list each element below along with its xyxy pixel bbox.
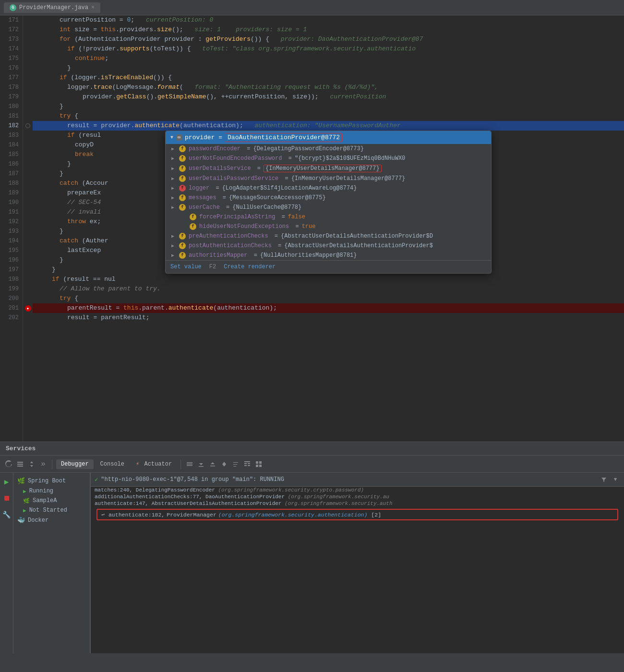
field-badge: f	[179, 155, 186, 162]
field-badge: f	[179, 165, 186, 172]
code-line-202: result = parentResult;	[33, 313, 624, 323]
service-springboot-label: Spring Boot	[28, 478, 66, 484]
expand-icon-btn[interactable]: ▼	[611, 475, 620, 484]
wrench-icon[interactable]: 🔧	[1, 509, 12, 520]
svg-rect-7	[244, 463, 247, 464]
popup-item-userDetailsService[interactable]: ▶ f userDetailsService = {InMemoryUserDe…	[166, 163, 491, 174]
debug-popup: ▼ ∞ provider = DaoAuthenticationProvider…	[165, 131, 492, 274]
file-tab[interactable]: G ProviderManager.java ×	[4, 2, 100, 13]
code-line-201: parentResult = this.parent.authenticate(…	[33, 303, 624, 313]
bottom-frame[interactable]: ↩ authenticate:182, ProviderManager (org…	[96, 509, 618, 520]
svg-rect-3	[187, 462, 192, 463]
tab-console[interactable]: Console	[96, 459, 129, 469]
g-icon: G	[10, 4, 16, 11]
popup-item-authoritiesMapper[interactable]: ▶ f authoritiesMapper = {NullAuthorities…	[166, 251, 491, 260]
services-title: Services	[6, 445, 36, 452]
code-line-179: provider.getClass().getSimpleName(), ++c…	[33, 92, 624, 102]
services-left-panel: ▶ 🔧 🌿 Spring Boot ▶ Running 🌿 Sam	[0, 473, 91, 653]
tab-debugger[interactable]: Debugger	[56, 459, 94, 469]
expand-icon: ▶	[171, 176, 174, 181]
field-badge: f	[190, 223, 196, 230]
sample-icon: 🌿	[23, 498, 30, 504]
upload-icon[interactable]	[208, 459, 217, 469]
funnel-icon[interactable]	[599, 475, 609, 484]
tab-bar: G ProviderManager.java ×	[0, 0, 624, 15]
popup-item-logger[interactable]: ▶ f logger = {LogAdapter$Slf4jLocationAw…	[166, 183, 491, 193]
svg-rect-6	[244, 461, 250, 462]
service-docker-label: Docker	[28, 517, 48, 524]
popup-header: ▼ ∞ provider = DaoAuthenticationProvider…	[166, 131, 491, 144]
tab-label: ProviderManager.java	[19, 4, 88, 11]
code-line-180: }	[33, 102, 624, 111]
popup-item-preAuthenticationChecks[interactable]: ▶ f preAuthenticationChecks = {AbstractU…	[166, 231, 491, 241]
popup-item-userCache[interactable]: ▶ f userCache = {NullUserCache@8778}	[166, 203, 491, 212]
service-running-label: Running	[29, 488, 53, 494]
svg-rect-14	[259, 465, 262, 467]
more-icon[interactable]: »	[38, 459, 48, 469]
table-icon[interactable]	[242, 459, 252, 469]
svg-rect-2	[17, 466, 23, 467]
expand-icon: ▶	[171, 243, 174, 249]
popup-item-userNotFoundEncodedPassword[interactable]: ▶ f userNotFoundEncodedPassword = "{bcry…	[166, 154, 491, 163]
code-line-175: continue;	[33, 54, 624, 63]
service-not-started-label: Not Started	[29, 507, 67, 514]
code-line-182: result = provider.authenticate(authentic…	[33, 121, 624, 131]
set-value-link[interactable]: Set value	[170, 264, 202, 270]
service-item-springboot[interactable]: 🌿 Spring Boot	[13, 476, 90, 486]
code-line-200: try {	[33, 294, 624, 303]
field-badge: f	[179, 175, 186, 182]
popup-item-forcePrincipalAsString: f forcePrincipalAsString = false	[166, 212, 491, 222]
popup-header-value: DaoAuthenticationProvider@8772	[225, 133, 342, 142]
play-icon[interactable]: ▶	[1, 477, 12, 487]
left-icon-bar: ▶ 🔧	[0, 473, 13, 653]
code-line-181: try {	[33, 111, 624, 121]
grid-icon[interactable]	[254, 459, 264, 469]
popup-item-userDetailsPasswordService[interactable]: ▶ f userDetailsPasswordService = {InMemo…	[166, 174, 491, 183]
services-sidebar: 🌿 Spring Boot ▶ Running 🌿 SampleA ▶ Not …	[13, 473, 90, 653]
tab-actuator[interactable]: ⚡ Actuator	[131, 459, 177, 469]
code-line-199: // Allow the parent to try.	[33, 284, 624, 294]
svg-rect-8	[248, 463, 250, 464]
stop-square-icon	[4, 496, 9, 501]
popup-item-postAuthenticationChecks[interactable]: ▶ f postAuthenticationChecks = {Abstract…	[166, 241, 491, 251]
service-item-running[interactable]: ▶ Running	[13, 486, 90, 496]
up-down-icon[interactable]	[27, 459, 36, 469]
align-icon[interactable]	[15, 459, 25, 469]
log-line-3: authenticate:147, AbstractUserDetailsAut…	[91, 500, 624, 507]
field-badge: f	[179, 252, 186, 259]
field-badge: f	[190, 214, 196, 220]
field-badge: f	[179, 204, 186, 211]
expand-icon: ▶	[171, 195, 174, 201]
popup-item-passwordEncoder[interactable]: ▶ f passwordEncoder = {DelegatingPasswor…	[166, 144, 491, 154]
services-toolbar: » Debugger Console ⚡ Actuator	[0, 456, 624, 473]
close-tab-button[interactable]: ×	[91, 4, 95, 11]
code-line-171: currentPosition = 0; currentPosition: 0	[33, 15, 624, 25]
service-item-docker[interactable]: 🐳 Docker	[13, 515, 90, 526]
popup-footer: Set value F2 Create renderer	[166, 260, 491, 273]
frame-package: (org.springframework.security.authentica…	[218, 512, 368, 518]
divider	[52, 459, 52, 469]
stop-icon[interactable]	[1, 493, 12, 504]
service-item-sample[interactable]: 🌿 SampleA	[13, 496, 90, 505]
services-body: ▶ 🔧 🌿 Spring Boot ▶ Running 🌿 Sam	[0, 473, 624, 653]
expand-arrow-icon[interactable]: ▼	[170, 135, 173, 140]
step-icon[interactable]	[231, 459, 240, 469]
popup-item-messages[interactable]: ▶ f messages = {MessageSourceAccessor@87…	[166, 193, 491, 203]
code-line-177: if (logger.isTraceEnabled()) {	[33, 73, 624, 83]
reload-icon[interactable]	[4, 459, 13, 469]
step-up-icon[interactable]	[219, 459, 229, 469]
running-arrow-icon: ▶	[23, 488, 26, 494]
thread-label: "http-nio-9080-exec-1"@7,548 in group "m…	[101, 476, 284, 483]
download-icon[interactable]	[196, 459, 206, 469]
breakpoint-marker-182[interactable]	[25, 123, 30, 128]
code-line-173: for (AuthenticationProvider provider : g…	[33, 35, 624, 44]
service-item-not-started[interactable]: ▶ Not Started	[13, 505, 90, 515]
expand-icon: ▶	[171, 252, 174, 258]
list-icon[interactable]	[185, 459, 194, 469]
expand-icon-oo: ∞	[176, 134, 182, 141]
docker-icon: 🐳	[17, 516, 25, 524]
svg-rect-5	[187, 465, 192, 466]
divider2	[180, 459, 181, 469]
create-renderer-link[interactable]: Create renderer	[224, 264, 276, 270]
service-sample-label: SampleA	[33, 497, 57, 504]
